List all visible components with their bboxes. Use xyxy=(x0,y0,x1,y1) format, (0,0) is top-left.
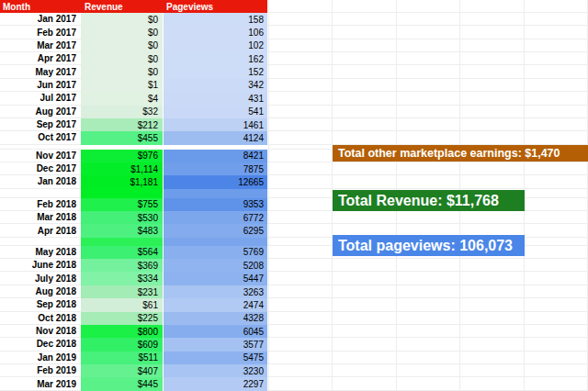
pageviews-cell[interactable]: 342 xyxy=(164,79,267,92)
pageviews-cell[interactable]: 9353 xyxy=(164,198,267,211)
pageviews-cell[interactable]: 4328 xyxy=(164,312,267,325)
month-cell[interactable]: Jan 2018 xyxy=(0,175,81,188)
revenue-cell[interactable]: $1,114 xyxy=(81,162,163,175)
header-pageviews[interactable]: Pageviews xyxy=(164,0,267,13)
empty-cell[interactable] xyxy=(267,175,588,188)
revenue-cell[interactable]: $407 xyxy=(81,364,163,377)
revenue-cell[interactable]: $231 xyxy=(81,285,163,298)
month-cell[interactable]: June 2018 xyxy=(0,259,81,272)
month-cell[interactable] xyxy=(0,189,81,198)
month-cell[interactable]: Feb 2019 xyxy=(0,364,81,377)
callout-total-pageviews[interactable]: Total pageviews: 106,073 xyxy=(333,235,525,256)
pageviews-cell[interactable]: 6295 xyxy=(164,224,267,237)
pageviews-cell[interactable]: 3577 xyxy=(164,338,267,351)
empty-cell[interactable] xyxy=(267,211,588,224)
revenue-cell[interactable]: $225 xyxy=(81,312,163,325)
revenue-cell[interactable]: $0 xyxy=(81,65,163,78)
pageviews-cell[interactable]: 102 xyxy=(164,39,267,52)
month-cell[interactable]: Sep 2017 xyxy=(0,118,81,131)
revenue-cell[interactable]: $445 xyxy=(81,377,163,390)
empty-cell[interactable] xyxy=(267,312,588,325)
month-cell[interactable]: Jul 2017 xyxy=(0,92,81,105)
revenue-cell[interactable]: $976 xyxy=(81,150,163,162)
month-cell[interactable]: Dec 2017 xyxy=(0,162,81,175)
empty-cell[interactable] xyxy=(267,39,588,52)
pageviews-cell[interactable]: 431 xyxy=(164,92,267,105)
empty-cell[interactable] xyxy=(267,325,588,338)
month-cell[interactable]: Feb 2018 xyxy=(0,198,81,211)
pageviews-cell[interactable]: 5475 xyxy=(164,352,267,364)
revenue-cell[interactable]: $1 xyxy=(81,79,163,92)
pageviews-cell[interactable]: 2297 xyxy=(164,377,267,390)
pageviews-cell[interactable]: 1461 xyxy=(164,118,267,131)
revenue-cell[interactable]: $369 xyxy=(81,259,163,272)
pageviews-cell[interactable]: 5447 xyxy=(164,272,267,285)
empty-cell[interactable] xyxy=(267,259,588,272)
revenue-cell[interactable]: $0 xyxy=(81,13,163,26)
pageviews-cell[interactable]: 158 xyxy=(164,13,267,26)
pageviews-cell[interactable]: 7875 xyxy=(164,162,267,175)
empty-cell[interactable] xyxy=(267,92,588,105)
empty-cell[interactable] xyxy=(267,118,588,131)
empty-cell[interactable] xyxy=(267,131,588,144)
revenue-cell[interactable]: $511 xyxy=(81,352,163,364)
revenue-cell[interactable]: $4 xyxy=(81,92,163,105)
month-cell[interactable]: Nov 2018 xyxy=(0,325,81,338)
month-cell[interactable] xyxy=(0,238,81,246)
empty-cell[interactable] xyxy=(267,285,588,298)
revenue-cell[interactable]: $564 xyxy=(81,246,163,259)
month-cell[interactable]: May 2018 xyxy=(0,246,81,259)
month-cell[interactable]: Apr 2017 xyxy=(0,52,81,65)
empty-cell[interactable] xyxy=(267,65,588,78)
header-month[interactable]: Month xyxy=(0,0,81,13)
month-cell[interactable]: Jan 2017 xyxy=(0,13,81,26)
pageviews-cell[interactable] xyxy=(164,238,267,246)
revenue-cell[interactable]: $530 xyxy=(81,211,163,224)
revenue-cell[interactable]: $32 xyxy=(81,106,163,118)
revenue-cell[interactable]: $1,181 xyxy=(81,175,163,188)
pageviews-cell[interactable]: 106 xyxy=(164,26,267,39)
month-cell[interactable]: Oct 2017 xyxy=(0,131,81,144)
pageviews-cell[interactable]: 6045 xyxy=(164,325,267,338)
revenue-cell[interactable]: $800 xyxy=(81,325,163,338)
empty-cell[interactable] xyxy=(267,298,588,311)
pageviews-cell[interactable]: 162 xyxy=(164,52,267,65)
pageviews-cell[interactable]: 5208 xyxy=(164,259,267,272)
month-cell[interactable]: Dec 2018 xyxy=(0,338,81,351)
pageviews-cell[interactable]: 3230 xyxy=(164,364,267,377)
empty-cell[interactable] xyxy=(267,352,588,364)
revenue-cell[interactable]: $755 xyxy=(81,198,163,211)
month-cell[interactable]: Mar 2017 xyxy=(0,39,81,52)
revenue-cell[interactable]: $61 xyxy=(81,298,163,311)
empty-cell[interactable] xyxy=(267,52,588,65)
month-cell[interactable]: Jan 2019 xyxy=(0,352,81,364)
month-cell[interactable]: Oct 2018 xyxy=(0,312,81,325)
header-revenue[interactable]: Revenue xyxy=(81,0,164,13)
pageviews-cell[interactable]: 3263 xyxy=(164,285,267,298)
month-cell[interactable]: May 2017 xyxy=(0,65,81,78)
month-cell[interactable]: Feb 2017 xyxy=(0,26,81,39)
pageviews-cell[interactable] xyxy=(164,189,267,198)
pageviews-cell[interactable]: 8421 xyxy=(164,150,267,162)
empty-cell[interactable] xyxy=(267,162,588,175)
revenue-cell[interactable] xyxy=(81,238,163,246)
callout-total-revenue[interactable]: Total Revenue: $11,768 xyxy=(333,190,525,211)
revenue-cell[interactable] xyxy=(81,189,163,198)
month-cell[interactable]: Jun 2017 xyxy=(0,79,81,92)
pageviews-cell[interactable]: 152 xyxy=(164,65,267,78)
empty-cell[interactable] xyxy=(267,377,588,390)
pageviews-cell[interactable]: 541 xyxy=(164,106,267,118)
month-cell[interactable]: Mar 2018 xyxy=(0,211,81,224)
empty-cell[interactable] xyxy=(267,364,588,377)
pageviews-cell[interactable]: 5769 xyxy=(164,246,267,259)
revenue-cell[interactable]: $455 xyxy=(81,131,163,144)
month-cell[interactable]: Sep 2018 xyxy=(0,298,81,311)
revenue-cell[interactable]: $212 xyxy=(81,118,163,131)
pageviews-cell[interactable]: 6772 xyxy=(164,211,267,224)
revenue-cell[interactable]: $609 xyxy=(81,338,163,351)
empty-cell[interactable] xyxy=(267,338,588,351)
month-cell[interactable]: Aug 2017 xyxy=(0,106,81,118)
month-cell[interactable]: July 2018 xyxy=(0,272,81,285)
pageviews-cell[interactable]: 2474 xyxy=(164,298,267,311)
empty-cell[interactable] xyxy=(267,13,588,26)
